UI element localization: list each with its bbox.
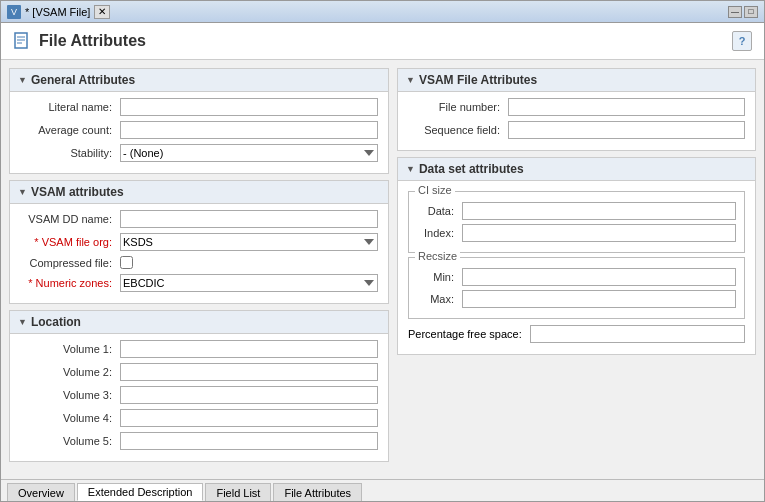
data-row: Data: xyxy=(417,202,736,220)
literal-name-row: Literal name: xyxy=(20,98,378,116)
pct-free-label: Percentage free space: xyxy=(408,328,530,340)
vsam-file-attributes-body: File number: Sequence field: xyxy=(398,92,755,150)
title-bar-text: * [VSAM File] xyxy=(25,6,90,18)
ci-size-group: CI size Data: Index: xyxy=(408,191,745,253)
max-input[interactable] xyxy=(462,290,736,308)
general-attributes-section: ▼ General Attributes Literal name: Avera… xyxy=(9,68,389,174)
compressed-file-checkbox-wrapper xyxy=(120,256,133,269)
page-header: File Attributes ? xyxy=(1,23,764,60)
vsam-collapse-arrow[interactable]: ▼ xyxy=(18,187,27,197)
volume2-label: Volume 2: xyxy=(20,366,120,378)
title-bar: V * [VSAM File] ✕ — □ xyxy=(1,1,764,23)
location-header: ▼ Location xyxy=(10,311,388,334)
dataset-attributes-section: ▼ Data set attributes CI size Data: Inde… xyxy=(397,157,756,355)
page-title: File Attributes xyxy=(13,32,146,50)
window-controls: — □ xyxy=(728,6,758,18)
location-section: ▼ Location Volume 1: Volume 2: Volume 3: xyxy=(9,310,389,462)
general-attributes-title: General Attributes xyxy=(31,73,135,87)
right-panel: ▼ VSAM File Attributes File number: Sequ… xyxy=(397,68,756,471)
main-window: V * [VSAM File] ✕ — □ File Attributes ? xyxy=(0,0,765,502)
min-input[interactable] xyxy=(462,268,736,286)
volume3-row: Volume 3: xyxy=(20,386,378,404)
tab-file-attributes[interactable]: File Attributes xyxy=(273,483,362,501)
numeric-zones-label: * Numeric zones: xyxy=(20,277,120,289)
general-attributes-header: ▼ General Attributes xyxy=(10,69,388,92)
location-collapse-arrow[interactable]: ▼ xyxy=(18,317,27,327)
vsam-attributes-title: VSAM attributes xyxy=(31,185,124,199)
volume1-input[interactable] xyxy=(120,340,378,358)
vsam-file-attributes-header: ▼ VSAM File Attributes xyxy=(398,69,755,92)
recsize-legend: Recsize xyxy=(415,250,460,262)
stability-select[interactable]: - (None) Low Medium High xyxy=(120,144,378,162)
file-icon: V xyxy=(7,5,21,19)
maximize-button[interactable]: □ xyxy=(744,6,758,18)
max-row: Max: xyxy=(417,290,736,308)
vsam-dd-name-row: VSAM DD name: xyxy=(20,210,378,228)
tab-extended-description[interactable]: Extended Description xyxy=(77,483,204,501)
average-count-label: Average count: xyxy=(20,124,120,136)
vsam-file-org-select[interactable]: KSDS ESDS RRDS xyxy=(120,233,378,251)
volume4-label: Volume 4: xyxy=(20,412,120,424)
volume1-label: Volume 1: xyxy=(20,343,120,355)
min-label: Min: xyxy=(417,271,462,283)
title-bar-left: V * [VSAM File] ✕ xyxy=(7,5,110,19)
minimize-button[interactable]: — xyxy=(728,6,742,18)
file-number-row: File number: xyxy=(408,98,745,116)
dataset-collapse-arrow[interactable]: ▼ xyxy=(406,164,415,174)
min-row: Min: xyxy=(417,268,736,286)
tab-field-list[interactable]: Field List xyxy=(205,483,271,501)
index-label: Index: xyxy=(417,227,462,239)
pct-free-row: Percentage free space: xyxy=(408,325,745,343)
volume5-input[interactable] xyxy=(120,432,378,450)
location-body: Volume 1: Volume 2: Volume 3: Volume 4: xyxy=(10,334,388,461)
sequence-field-label: Sequence field: xyxy=(408,124,508,136)
vsam-dd-name-label: VSAM DD name: xyxy=(20,213,120,225)
volume5-row: Volume 5: xyxy=(20,432,378,450)
literal-name-input[interactable] xyxy=(120,98,378,116)
tab-overview[interactable]: Overview xyxy=(7,483,75,501)
vsam-attributes-header: ▼ VSAM attributes xyxy=(10,181,388,204)
volume3-input[interactable] xyxy=(120,386,378,404)
main-content: ▼ General Attributes Literal name: Avera… xyxy=(1,60,764,479)
stability-row: Stability: - (None) Low Medium High xyxy=(20,144,378,162)
file-number-input[interactable] xyxy=(508,98,745,116)
data-input[interactable] xyxy=(462,202,736,220)
ci-size-legend: CI size xyxy=(415,184,455,196)
dataset-attributes-body: CI size Data: Index: Recsize xyxy=(398,181,755,354)
dataset-attributes-title: Data set attributes xyxy=(419,162,524,176)
volume2-input[interactable] xyxy=(120,363,378,381)
volume4-input[interactable] xyxy=(120,409,378,427)
average-count-input[interactable] xyxy=(120,121,378,139)
index-row: Index: xyxy=(417,224,736,242)
volume1-row: Volume 1: xyxy=(20,340,378,358)
vsam-file-collapse-arrow[interactable]: ▼ xyxy=(406,75,415,85)
vsam-file-attributes-title: VSAM File Attributes xyxy=(419,73,537,87)
compressed-file-label: Compressed file: xyxy=(20,257,120,269)
general-collapse-arrow[interactable]: ▼ xyxy=(18,75,27,85)
stability-label: Stability: xyxy=(20,147,120,159)
vsam-file-org-label: * VSAM file org: xyxy=(20,236,120,248)
file-number-label: File number: xyxy=(408,101,508,113)
vsam-attributes-body: VSAM DD name: * VSAM file org: KSDS ESDS… xyxy=(10,204,388,303)
sequence-field-input[interactable] xyxy=(508,121,745,139)
compressed-file-checkbox[interactable] xyxy=(120,256,133,269)
tab-close-button[interactable]: ✕ xyxy=(94,5,110,19)
average-count-row: Average count: xyxy=(20,121,378,139)
vsam-attributes-section: ▼ VSAM attributes VSAM DD name: * VSAM f… xyxy=(9,180,389,304)
vsam-dd-name-input[interactable] xyxy=(120,210,378,228)
recsize-group: Recsize Min: Max: xyxy=(408,257,745,319)
file-attributes-icon xyxy=(13,32,31,50)
location-title: Location xyxy=(31,315,81,329)
numeric-zones-select[interactable]: EBCDIC ASCII xyxy=(120,274,378,292)
left-panel: ▼ General Attributes Literal name: Avera… xyxy=(9,68,389,471)
literal-name-label: Literal name: xyxy=(20,101,120,113)
index-input[interactable] xyxy=(462,224,736,242)
volume5-label: Volume 5: xyxy=(20,435,120,447)
volume3-label: Volume 3: xyxy=(20,389,120,401)
pct-free-input[interactable] xyxy=(530,325,745,343)
help-button[interactable]: ? xyxy=(732,31,752,51)
vsam-file-org-row: * VSAM file org: KSDS ESDS RRDS xyxy=(20,233,378,251)
vsam-file-attributes-section: ▼ VSAM File Attributes File number: Sequ… xyxy=(397,68,756,151)
max-label: Max: xyxy=(417,293,462,305)
compressed-file-row: Compressed file: xyxy=(20,256,378,269)
